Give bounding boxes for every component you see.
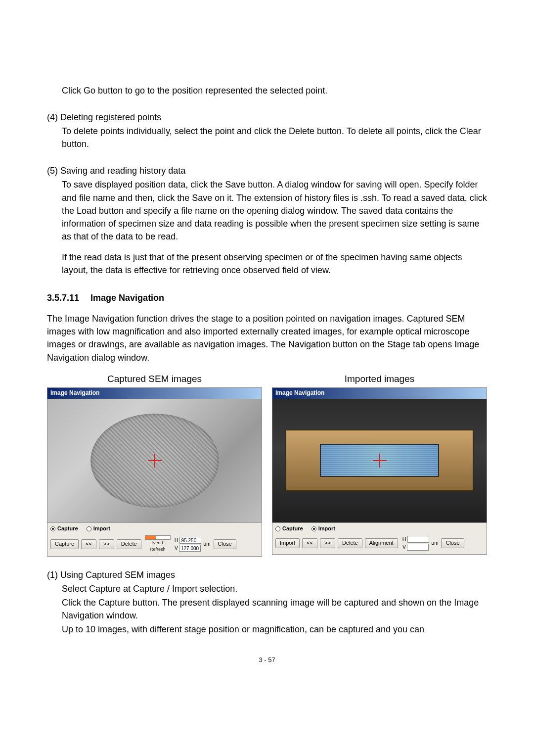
h-label: H xyxy=(402,535,406,543)
sub1-head: (1) Using Captured SEM images xyxy=(47,568,487,581)
item4-body: To delete points individually, select th… xyxy=(47,125,487,150)
item4-head: (4) Deleting registered points xyxy=(47,111,487,124)
prev-button[interactable]: << xyxy=(302,538,317,548)
item5-body1: To save displayed position data, click t… xyxy=(47,178,487,242)
image-navigation-window-imported: Image Navigation Capture xyxy=(272,387,487,555)
h-value-field[interactable]: 95.250 xyxy=(179,537,201,544)
v-value-field[interactable]: 127.000 xyxy=(179,545,201,552)
section-number: 3.5.7.11 xyxy=(47,291,79,304)
close-button[interactable]: Close xyxy=(214,539,236,549)
prev-button[interactable]: << xyxy=(81,539,96,549)
unit-label: um xyxy=(432,540,439,547)
v-label: V xyxy=(402,543,406,551)
radio-dot-icon xyxy=(312,526,316,531)
delete-button[interactable]: Delete xyxy=(117,539,141,549)
sub1-line1: Select Capture at Capture / Import selec… xyxy=(47,582,487,595)
section-intro: The Image Navigation function drives the… xyxy=(47,312,487,364)
image-navigation-panels: Captured SEM images Image Navigation Cap… xyxy=(47,372,487,557)
radio-dot-icon xyxy=(87,526,91,531)
item5-body2: If the read data is just that of the pre… xyxy=(47,251,487,277)
unit-label: um xyxy=(204,541,211,548)
page-number: 3 - 57 xyxy=(47,656,487,665)
window-title-imported: Image Navigation xyxy=(272,388,487,398)
alignment-button[interactable]: Alignment xyxy=(365,538,398,548)
section-heading: 3.5.7.11 Image Navigation xyxy=(47,291,487,304)
image-navigation-window-captured: Image Navigation Capture xyxy=(47,387,262,556)
v-value-field[interactable] xyxy=(407,544,429,551)
radio-dot-icon xyxy=(275,526,280,531)
radio-capture-left[interactable]: Capture xyxy=(50,525,78,533)
need-refresh-label: Need Refresh xyxy=(145,540,171,553)
sub1-line3: Up to 10 images, with different stage po… xyxy=(47,623,487,636)
radio-import-left[interactable]: Import xyxy=(87,525,110,533)
item5-head: (5) Saving and reading history data xyxy=(47,164,487,177)
close-button[interactable]: Close xyxy=(441,538,464,548)
h-value-field[interactable] xyxy=(407,536,429,543)
next-button[interactable]: >> xyxy=(320,538,335,548)
next-button[interactable]: >> xyxy=(99,539,114,549)
nav-image-imported[interactable] xyxy=(272,399,487,522)
radio-import-right[interactable]: Import xyxy=(312,525,335,533)
capture-button[interactable]: Capture xyxy=(50,539,79,549)
caption-imported: Imported images xyxy=(272,372,487,386)
delete-button[interactable]: Delete xyxy=(338,538,362,548)
crosshair-icon xyxy=(148,454,162,468)
sub1-line2: Click the Capture button. The present di… xyxy=(47,596,487,622)
caption-captured: Captured SEM images xyxy=(47,372,262,386)
v-label: V xyxy=(175,544,178,552)
crosshair-icon xyxy=(373,454,387,468)
h-label: H xyxy=(175,536,178,544)
window-title-captured: Image Navigation xyxy=(47,388,262,398)
nav-image-captured[interactable] xyxy=(47,399,262,522)
import-button[interactable]: Import xyxy=(275,538,300,548)
section-title-text: Image Navigation xyxy=(90,293,164,303)
refresh-bar-icon xyxy=(145,535,171,540)
radio-dot-icon xyxy=(50,526,55,531)
para-go-button: Click Go button to go to the position re… xyxy=(47,84,487,97)
radio-capture-right[interactable]: Capture xyxy=(275,525,303,533)
